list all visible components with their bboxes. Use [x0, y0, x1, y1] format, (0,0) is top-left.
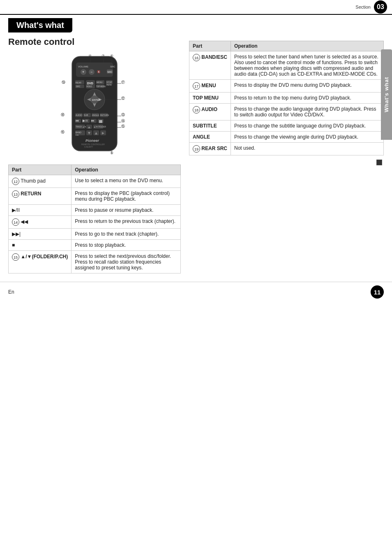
svg-text:▲/▼ FOLDER: ▲/▼ FOLDER — [94, 126, 106, 128]
left-table-part-cell: ▶▶| — [9, 229, 71, 240]
svg-text:MENU: MENU — [106, 84, 112, 86]
svg-text:⑯: ⑯ — [61, 130, 65, 134]
part-name: ▶/II — [12, 207, 20, 213]
left-table-row: 15 ▲/▼(FOLDER/P.CH)Press to select the n… — [9, 251, 181, 273]
remote-control-title: Remote control — [8, 37, 181, 47]
part-number: 17 — [193, 82, 200, 90]
svg-text:⑬: ⑬ — [121, 113, 125, 117]
part-name: ■ — [12, 242, 15, 248]
part-name: Thumb pad — [21, 178, 46, 184]
svg-text:⑥: ⑥ — [110, 54, 113, 58]
svg-text:TOP MENU: TOP MENU — [96, 86, 106, 88]
left-table-row: ▶▶|Press to go to the next track (chapte… — [9, 229, 181, 240]
part-name: BAND/ESC — [201, 54, 227, 60]
left-table-row: ▶/IIPress to pause or resume playback. — [9, 205, 181, 216]
part-name: RETURN — [21, 191, 41, 197]
right-table-row: ANGLEPress to change the viewing angle d… — [189, 132, 384, 143]
svg-text:CXE3977: CXE3977 — [84, 146, 93, 148]
left-table-header-part: Part — [9, 165, 71, 175]
page-title: What's what — [8, 18, 72, 32]
footer: En 11 — [0, 282, 392, 302]
svg-text:ENTER: ENTER — [92, 99, 101, 101]
part-name: ▲/▼(FOLDER/P.CH) — [21, 254, 68, 259]
part-name: AUDIO — [201, 107, 217, 112]
svg-text:DVD: DVD — [87, 82, 93, 85]
main-content: Remote control VOLUME SRC + − 🔇 SRC — [0, 37, 392, 273]
top-bar: Section 03 — [0, 0, 392, 15]
svg-text:MENU: MENU — [97, 81, 103, 83]
svg-text:⏮: ⏮ — [76, 119, 79, 123]
right-table-row: 17 MENUPress to display the DVD menu dur… — [189, 80, 384, 93]
left-table-operation-cell: Press to select the next/previous disc/f… — [71, 251, 181, 273]
part-number: 18 — [193, 106, 200, 114]
svg-text:AUDIO: AUDIO — [76, 114, 82, 116]
remote-svg: VOLUME SRC + − 🔇 SRC REAR SRC DVD V — [49, 52, 140, 159]
svg-text:⑮: ⑮ — [121, 124, 125, 128]
part-name: MENU — [201, 83, 216, 88]
svg-text:ESC: ESC — [76, 134, 79, 136]
stop-icon — [376, 160, 382, 165]
svg-text:⑱: ⑱ — [61, 113, 65, 117]
right-table-operation-cell: Press to change the viewing angle during… — [231, 132, 384, 143]
svg-text:REAR: REAR — [76, 81, 81, 84]
right-table-operation-cell: Press to display the DVD menu during DVD… — [231, 80, 384, 93]
right-table-part-cell: ANGLE — [189, 132, 231, 143]
svg-text:SRC: SRC — [110, 65, 115, 68]
part-name: SUBTITLE — [193, 123, 217, 129]
svg-text:⏭: ⏭ — [91, 119, 95, 123]
left-table-part-cell: 13 RETURN — [9, 188, 71, 205]
part-number: 13 — [12, 190, 19, 198]
remote-image: VOLUME SRC + − 🔇 SRC REAR SRC DVD V — [49, 52, 140, 160]
svg-text:Pioneer: Pioneer — [85, 139, 99, 143]
right-table-part-cell: 19 REAR SRC — [189, 143, 231, 155]
footer-lang: En — [8, 289, 14, 295]
section-badge: 03 — [374, 0, 387, 14]
svg-text:⑰: ⑰ — [121, 80, 125, 84]
left-table-part-cell: ■ — [9, 240, 71, 251]
right-table-operation-cell: Press to return to the top menu during D… — [231, 93, 384, 104]
part-number: 16 — [193, 54, 200, 61]
svg-text:RETURN: RETURN — [100, 114, 109, 116]
part-number: 14 — [12, 218, 19, 226]
left-table-operation-cell: Press to return to the previous track (c… — [71, 216, 181, 229]
left-parts-table: Part Operation 12 Thumb padUse to select… — [8, 164, 181, 273]
right-table-part-cell: 17 MENU — [189, 80, 231, 93]
right-table-operation-cell: Not used. — [231, 143, 384, 155]
left-col: Remote control VOLUME SRC + − 🔇 SRC — [8, 37, 181, 273]
right-table-header-part: Part — [189, 41, 231, 51]
left-table-part-cell: 14 ◀◀ — [9, 216, 71, 229]
svg-text:🔇: 🔇 — [97, 70, 101, 74]
left-table-row: 14 ◀◀Press to return to the previous tra… — [9, 216, 181, 229]
svg-text:VOLUME: VOLUME — [78, 65, 88, 68]
part-number: 19 — [193, 145, 200, 153]
side-tab: What's what — [381, 49, 392, 140]
left-table-row: 12 Thumb padUse to select a menu on the … — [9, 175, 181, 188]
left-table-operation-cell: Use to select a menu on the DVD menu. — [71, 175, 181, 188]
svg-text:SRC: SRC — [76, 85, 81, 88]
right-table-row: TOP MENUPress to return to the top menu … — [189, 93, 384, 104]
left-table-part-cell: ▶/II — [9, 205, 71, 216]
svg-text:⑫: ⑫ — [121, 96, 125, 100]
stop-icon-container — [189, 160, 384, 167]
footer-page: 11 — [371, 285, 384, 299]
left-table-row: 13 RETURNPress to display the PBC (playb… — [9, 188, 181, 205]
right-table-operation-cell: Press to change the subtitle language du… — [231, 120, 384, 132]
right-table-row: 19 REAR SRCNot used. — [189, 143, 384, 155]
right-table-row: 16 BAND/ESCPress to select the tuner ban… — [189, 51, 384, 80]
part-name: ◀◀ — [21, 219, 28, 225]
svg-text:TRACK ▲▼: TRACK ▲▼ — [76, 126, 86, 128]
svg-text:⑲: ⑲ — [62, 80, 65, 84]
svg-text:−: − — [90, 70, 92, 74]
svg-text:BAND: BAND — [76, 131, 81, 134]
part-number: 12 — [12, 178, 19, 185]
svg-text:▶/II: ▶/II — [83, 119, 88, 123]
right-table-row: SUBTITLEPress to change the subtitle lan… — [189, 120, 384, 132]
left-table-operation-cell: Press to display the PBC (playback contr… — [71, 188, 181, 205]
right-table-header-operation: Operation — [231, 41, 384, 51]
part-name: TOP MENU — [193, 95, 219, 101]
left-table-part-cell: 12 Thumb pad — [9, 175, 71, 188]
svg-rect-47 — [99, 120, 102, 123]
svg-text:④: ④ — [88, 54, 92, 58]
right-col: Part Operation 16 BAND/ESCPress to selec… — [189, 37, 384, 273]
svg-text:⑦: ⑦ — [101, 54, 105, 58]
